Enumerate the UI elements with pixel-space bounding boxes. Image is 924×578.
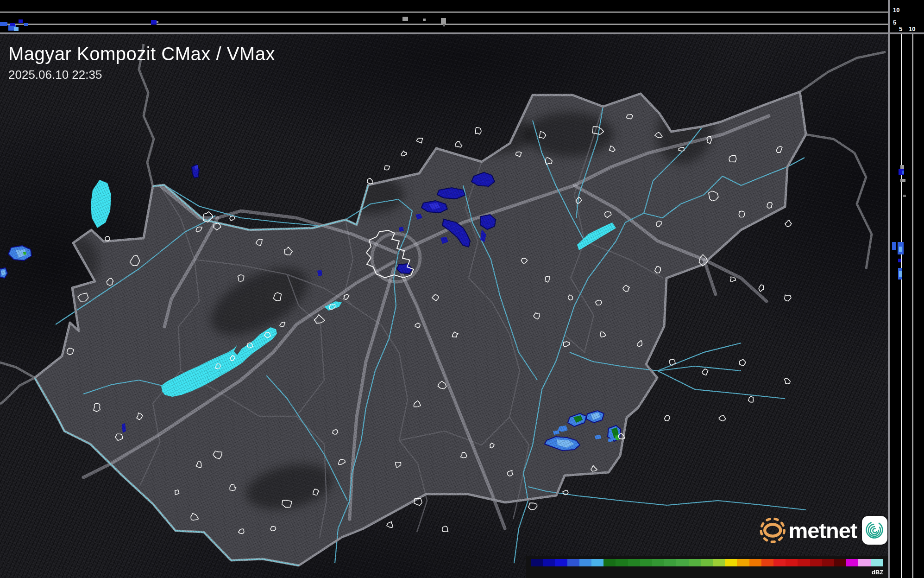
- profile-echo-blob: [10, 23, 15, 26]
- title-block: Magyar Kompozit CMax / VMax 2025.06.10 2…: [8, 44, 275, 82]
- colorbar-tick-label: 41: [650, 0, 658, 8]
- colorbar-tick-label: 51: [691, 0, 699, 8]
- height-axis-tick-10: 10: [893, 7, 899, 13]
- colorbar-cell: [640, 559, 652, 566]
- spiral-icon: [862, 518, 886, 542]
- right-height-profile-panel: 10 5 5 10: [890, 0, 924, 578]
- colorbar-cell: [531, 559, 543, 566]
- colorbar-cell: [871, 559, 883, 566]
- colorbar-tick-label: 15: [551, 0, 559, 8]
- colorbar-tick-label: 33: [617, 0, 625, 8]
- colorbar-tick-label: 12: [543, 0, 551, 8]
- colorbar-cell: [689, 559, 701, 566]
- width-axis-tick-5: 5: [899, 26, 902, 32]
- profile-echo-blob: [0, 22, 7, 26]
- metnet-logo[interactable]: metnet: [758, 511, 887, 550]
- top-height-profile-panel: [0, 0, 924, 32]
- profile-gridline-5km: [0, 24, 892, 25]
- profile-echo-blob: [14, 27, 19, 31]
- profile-gridline-10km-v: [912, 34, 913, 578]
- colorbar-tick-label: 39: [641, 0, 650, 8]
- colorbar-tick-label: 63: [724, 0, 732, 8]
- colorbar-tick-label: 23: [576, 0, 584, 8]
- colorbar-tick-label: 43: [658, 0, 666, 8]
- colorbar-cell: [810, 559, 822, 566]
- page-title: Magyar Kompozit CMax / VMax: [8, 44, 275, 64]
- profile-echo-blob: [899, 247, 902, 252]
- colorbar-cell: [846, 559, 858, 566]
- colorbar-cell: [822, 559, 834, 566]
- colorbar-tick-label: 47: [674, 0, 683, 8]
- radar-echo: [399, 227, 404, 232]
- radar-echo: [317, 270, 322, 276]
- dbz-colorbar: [526, 556, 888, 578]
- colorbar-cell: [713, 559, 725, 566]
- colorbar-tick-label: 6: [534, 0, 539, 8]
- height-axis-tick-5: 5: [893, 19, 896, 25]
- colorbar-unit-label: dBZ: [872, 569, 883, 576]
- profile-echo-blob: [900, 179, 905, 182]
- colorbar-cells: [531, 559, 883, 566]
- colorbar-cell: [567, 559, 579, 566]
- profile-echo-blob: [402, 17, 408, 21]
- radar-map: [0, 0, 924, 578]
- colorbar-tick-label: 27: [592, 0, 600, 8]
- colorbar-cell: [701, 559, 713, 566]
- colorbar-tick-label: 3: [530, 0, 534, 8]
- colorbar-tick-label: 69: [741, 0, 749, 8]
- colorbar-cell: [555, 559, 567, 566]
- colorbar-cell: [725, 559, 737, 566]
- profile-echo-blob: [24, 23, 28, 26]
- colorbar-cell: [603, 559, 616, 566]
- colorbar-tick-label: 9: [539, 0, 543, 8]
- colorbar-cell: [761, 559, 773, 566]
- width-axis-tick-10: 10: [909, 26, 915, 32]
- colorbar-tick-label: 60: [716, 0, 724, 8]
- colorbar-cell: [786, 559, 798, 566]
- profile-echo-blob: [903, 195, 906, 197]
- panel-separator-vertical: [888, 0, 890, 578]
- colorbar-cell: [616, 559, 628, 566]
- panel-separator-horizontal: [0, 32, 924, 34]
- colorbar-cell: [652, 559, 664, 566]
- profile-echo-blob: [902, 171, 904, 174]
- colorbar-cell: [834, 559, 846, 566]
- profile-echo-blob: [900, 165, 904, 169]
- colorbar-cell: [591, 559, 603, 566]
- colorbar-tick-label: 54: [699, 0, 708, 8]
- radar-screen: { "header": { "title": "Magyar Kompozit …: [0, 0, 924, 578]
- profile-echo-blob: [441, 18, 446, 24]
- colorbar-tick-label: 66: [732, 0, 741, 8]
- colorbar-cell: [664, 559, 676, 566]
- colorbar-tick-label: 0: [526, 0, 530, 8]
- profile-echo-blob: [151, 20, 157, 25]
- timestamp: 2025.06.10 22:35: [8, 68, 275, 82]
- colorbar-cell: [737, 559, 749, 566]
- colorbar-tick-label: 57: [708, 0, 716, 8]
- colorbar-tick-label: 29: [600, 0, 609, 8]
- metnet-app-icon: [862, 516, 887, 545]
- radar-echo: [23, 252, 26, 255]
- colorbar-cell: [773, 559, 786, 566]
- colorbar-cell: [749, 559, 761, 566]
- profile-gridline-5km-v: [901, 34, 902, 578]
- profile-echo-blob: [19, 19, 23, 23]
- colorbar-tick-label: 31: [609, 0, 617, 8]
- colorbar-cell: [676, 559, 688, 566]
- colorbar-tick-label: 49: [683, 0, 691, 8]
- profile-echo-blob: [898, 259, 901, 262]
- profile-gridline-10km: [0, 12, 892, 13]
- colorbar-tick-label: 25: [584, 0, 592, 8]
- metnet-wordmark: metnet: [788, 518, 857, 543]
- colorbar-cell: [798, 559, 810, 566]
- profile-echo-blob: [899, 271, 902, 277]
- profile-echo-blob: [443, 24, 445, 26]
- colorbar-tick-label: 35: [625, 0, 634, 8]
- profile-echo-blob: [157, 21, 158, 23]
- profile-echo-blob: [892, 242, 896, 250]
- colorbar-cell: [858, 559, 870, 566]
- colorbar-tick-label: 45: [666, 0, 675, 8]
- colorbar-cell: [579, 559, 591, 566]
- colorbar-cell: [543, 559, 555, 566]
- colorbar-tick-label: 18: [559, 0, 567, 8]
